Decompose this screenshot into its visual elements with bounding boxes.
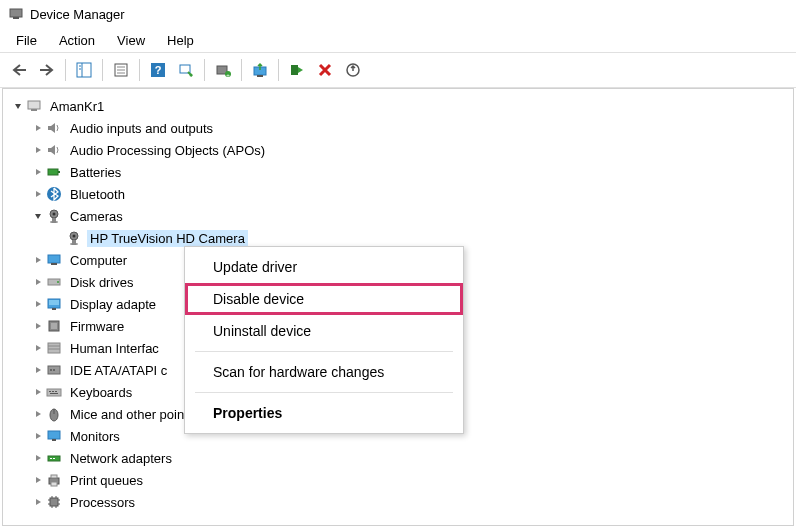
svg-rect-40 [52, 308, 56, 310]
menu-action[interactable]: Action [49, 31, 105, 50]
properties-button[interactable] [108, 57, 134, 83]
show-hide-console-tree-button[interactable] [71, 57, 97, 83]
svg-rect-52 [55, 391, 57, 392]
tree-expander-icon[interactable] [31, 341, 45, 355]
svg-rect-1 [13, 17, 19, 19]
battery-icon [45, 163, 63, 181]
scan-hardware-button[interactable] [173, 57, 199, 83]
tree-expander-icon[interactable] [31, 187, 45, 201]
speaker-icon [45, 119, 63, 137]
tree-expander-icon[interactable] [31, 473, 45, 487]
tree-node-label: Audio Processing Objects (APOs) [67, 142, 268, 159]
toolbar-separator [204, 59, 205, 81]
tree-node-label: Keyboards [67, 384, 135, 401]
disable-device-button[interactable] [312, 57, 338, 83]
back-button[interactable] [6, 57, 32, 83]
tree-category-camera[interactable]: Cameras [9, 205, 789, 227]
tree-expander-icon[interactable] [31, 319, 45, 333]
tree-node-label: Human Interfac [67, 340, 162, 357]
camera-icon [65, 229, 83, 247]
tree-node-label: Display adapte [67, 296, 159, 313]
menu-file[interactable]: File [6, 31, 47, 50]
add-legacy-hardware-button[interactable]: + [210, 57, 236, 83]
svg-rect-18 [257, 75, 263, 77]
forward-button[interactable] [34, 57, 60, 83]
tree-expander-icon[interactable] [31, 253, 45, 267]
tree-node-label: AmanKr1 [47, 98, 107, 115]
tree-category-bluetooth[interactable]: Bluetooth [9, 183, 789, 205]
svg-rect-21 [28, 101, 40, 109]
tree-node-label: Computer [67, 252, 130, 269]
context-menu-disable[interactable]: Disable device [185, 283, 463, 315]
svg-point-37 [57, 281, 59, 283]
camera-icon [45, 207, 63, 225]
svg-rect-24 [58, 171, 60, 173]
root-icon [25, 97, 43, 115]
tree-category-network[interactable]: Network adapters [9, 447, 789, 469]
chip-icon [45, 317, 63, 335]
tree-expander-icon[interactable] [31, 165, 45, 179]
tree-expander-icon[interactable] [31, 429, 45, 443]
window-title: Device Manager [30, 7, 125, 22]
tree-expander-icon[interactable] [31, 121, 45, 135]
tree-root-node[interactable]: AmanKr1 [9, 95, 789, 117]
monitor-icon [45, 427, 63, 445]
toolbar: ? + [0, 52, 796, 88]
tree-node-label: Network adapters [67, 450, 175, 467]
computer-icon [45, 251, 63, 269]
context-menu-uninstall[interactable]: Uninstall device [185, 315, 463, 347]
menu-help[interactable]: Help [157, 31, 204, 50]
context-menu-scan[interactable]: Scan for hardware changes [185, 356, 463, 388]
toolbar-separator [278, 59, 279, 81]
tree-expander-icon[interactable] [31, 407, 45, 421]
tree-category-cpu[interactable]: Processors [9, 491, 789, 513]
menu-view[interactable]: View [107, 31, 155, 50]
update-driver-button[interactable] [247, 57, 273, 83]
svg-text:+: + [226, 72, 230, 78]
svg-point-29 [50, 221, 58, 223]
svg-rect-49 [47, 389, 61, 396]
tree-category-speaker[interactable]: Audio inputs and outputs [9, 117, 789, 139]
svg-rect-62 [51, 475, 57, 478]
tree-node-label: HP TrueVision HD Camera [87, 230, 248, 247]
tree-node-label: Batteries [67, 164, 124, 181]
svg-rect-43 [48, 343, 60, 353]
tree-node-label: Audio inputs and outputs [67, 120, 216, 137]
context-menu-update[interactable]: Update driver [185, 251, 463, 283]
toolbar-separator [241, 59, 242, 81]
tree-node-label: Monitors [67, 428, 123, 445]
tree-node-label: Processors [67, 494, 138, 511]
svg-rect-56 [48, 431, 60, 439]
tree-node-label: Disk drives [67, 274, 137, 291]
tree-expander-icon[interactable] [51, 231, 65, 245]
svg-text:?: ? [155, 64, 162, 76]
uninstall-device-button[interactable] [340, 57, 366, 83]
help-button[interactable]: ? [145, 57, 171, 83]
tree-node-label: Cameras [67, 208, 126, 225]
tree-node-label: Bluetooth [67, 186, 128, 203]
svg-rect-22 [31, 109, 37, 111]
tree-category-battery[interactable]: Batteries [9, 161, 789, 183]
printer-icon [45, 471, 63, 489]
context-menu-props[interactable]: Properties [185, 397, 463, 429]
svg-point-27 [53, 213, 56, 216]
toolbar-separator [139, 59, 140, 81]
tree-category-speaker[interactable]: Audio Processing Objects (APOs) [9, 139, 789, 161]
tree-expander-icon[interactable] [31, 297, 45, 311]
svg-rect-34 [48, 255, 60, 263]
svg-rect-23 [48, 169, 58, 175]
mouse-icon [45, 405, 63, 423]
context-menu-separator [195, 392, 453, 393]
speaker-icon [45, 141, 63, 159]
tree-expander-icon[interactable] [31, 385, 45, 399]
tree-expander-icon[interactable] [11, 99, 25, 113]
enable-device-button[interactable] [284, 57, 310, 83]
tree-category-printer[interactable]: Print queues [9, 469, 789, 491]
tree-expander-icon[interactable] [31, 451, 45, 465]
tree-expander-icon[interactable] [31, 143, 45, 157]
tree-expander-icon[interactable] [31, 363, 45, 377]
tree-expander-icon[interactable] [31, 495, 45, 509]
tree-expander-icon[interactable] [31, 209, 45, 223]
svg-rect-60 [53, 458, 55, 459]
tree-expander-icon[interactable] [31, 275, 45, 289]
